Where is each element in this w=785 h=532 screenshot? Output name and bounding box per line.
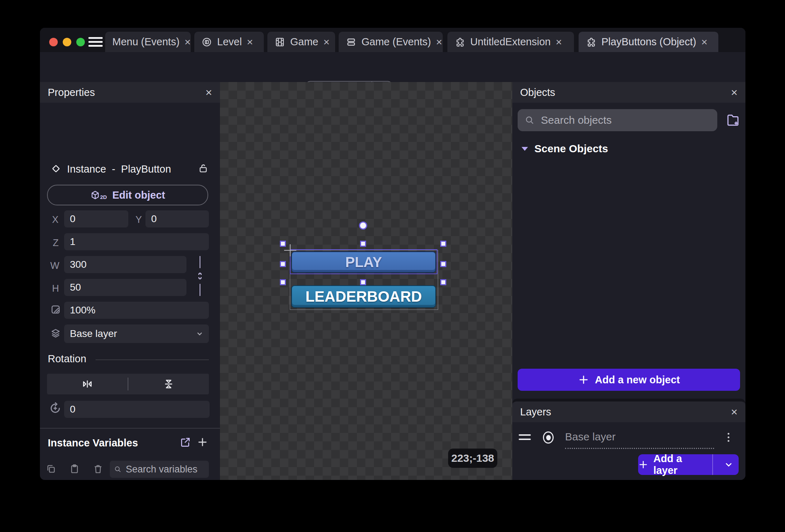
opacity-icon [50, 304, 61, 315]
opacity-input[interactable] [64, 302, 209, 319]
window-close-button[interactable] [49, 38, 58, 46]
search-objects-input[interactable] [540, 114, 710, 127]
search-icon [525, 115, 534, 126]
z-input[interactable] [64, 233, 209, 250]
add-layer-button[interactable]: Add a layer [638, 454, 739, 475]
open-variables-editor-icon[interactable] [180, 436, 191, 448]
resize-handle-middle-right[interactable] [440, 261, 446, 267]
tab-bar: Menu (Events) × Level × Game × Game (Eve… [40, 28, 745, 52]
layer-row-base[interactable]: Base layer [512, 426, 745, 449]
layer-select[interactable]: Base layer [64, 324, 209, 343]
scene-objects-section[interactable]: Scene Objects [522, 143, 608, 155]
tab-game-events[interactable]: Game (Events) × [339, 32, 443, 52]
tab-label: UntitledExtension [470, 36, 551, 48]
unlock-icon[interactable] [197, 163, 209, 174]
tab-label: Game (Events) [361, 36, 431, 48]
tab-label: Menu (Events) [112, 36, 180, 48]
cursor-coordinates-badge: 223;-138 [448, 449, 497, 468]
window-zoom-button[interactable] [76, 38, 85, 46]
w-label: W [50, 260, 59, 271]
flip-toolbar [47, 374, 209, 394]
collapse-caret-icon [522, 147, 528, 151]
add-folder-icon[interactable] [725, 113, 740, 128]
w-input[interactable] [64, 256, 186, 273]
link-line [200, 284, 200, 296]
rotation-section-title: Rotation [48, 353, 86, 365]
main-toolbar: Preview Share [40, 52, 745, 82]
edit-object-button[interactable]: 2D Edit object [47, 185, 208, 205]
plus-icon [638, 459, 648, 470]
resize-handle-top-right[interactable] [440, 241, 446, 247]
object-puzzle-icon [586, 37, 596, 47]
tab-close-icon[interactable]: × [247, 37, 253, 47]
scene-icon [201, 37, 212, 47]
scene-canvas[interactable]: PLAY LEADERBOARD 223;-138 [220, 82, 512, 480]
events-sheet-icon [346, 37, 356, 47]
delete-variable-icon[interactable] [93, 464, 103, 474]
tab-untitled-extension[interactable]: UntitledExtension × [447, 32, 574, 52]
resize-handle-middle-left[interactable] [280, 261, 286, 267]
search-variables-input[interactable] [125, 464, 205, 475]
close-icon[interactable]: × [731, 86, 738, 99]
resize-handle-bottom-center[interactable] [360, 279, 366, 285]
kebab-menu-icon[interactable] [728, 433, 729, 442]
search-objects-box[interactable] [518, 109, 717, 131]
tab-close-icon[interactable]: × [701, 37, 708, 47]
instance-title: Instance - PlayButton [67, 163, 171, 175]
close-icon[interactable]: × [731, 405, 738, 419]
link-dimensions-icon[interactable] [195, 270, 205, 282]
window-minimize-button[interactable] [63, 38, 71, 46]
resize-handle-top-center[interactable] [360, 241, 366, 247]
tab-game[interactable]: Game × [267, 32, 335, 52]
layer-name[interactable]: Base layer [565, 431, 714, 449]
layer-select-icon [50, 327, 61, 339]
layer-visibility-radio[interactable] [543, 431, 554, 444]
search-variables-box[interactable] [110, 461, 209, 478]
scene-objects-title: Scene Objects [534, 143, 608, 155]
link-line [200, 256, 200, 268]
divider [40, 428, 220, 429]
app-window: Menu (Events) × Level × Game × Game (Eve… [40, 28, 745, 480]
rotate-handle[interactable] [359, 221, 367, 230]
add-layer-options-button[interactable] [719, 460, 739, 469]
rotation-input[interactable] [64, 401, 210, 418]
y-input[interactable] [145, 210, 209, 227]
h-label: H [52, 283, 59, 294]
copy-variable-icon[interactable] [46, 464, 56, 474]
tab-close-icon[interactable]: × [185, 37, 191, 47]
objects-panel-title: Objects [520, 87, 555, 98]
resize-handle-bottom-right[interactable] [440, 279, 446, 285]
paste-variable-icon[interactable] [69, 464, 80, 474]
tab-close-icon[interactable]: × [556, 37, 562, 47]
h-input[interactable] [64, 279, 186, 296]
tab-menu-events[interactable]: Menu (Events) × [105, 32, 191, 52]
layers-panel-title: Layers [520, 406, 551, 418]
resize-handle-top-left[interactable] [280, 241, 286, 247]
add-new-object-button[interactable]: Add a new object [518, 369, 740, 391]
add-variable-icon[interactable] [197, 436, 208, 448]
tab-playbuttons-object[interactable]: PlayButtons (Object) × [579, 32, 718, 52]
divider [96, 359, 209, 360]
properties-panel-title: Properties [48, 87, 95, 98]
play-game-button: PLAY [291, 251, 436, 273]
hamburger-menu-icon[interactable] [88, 37, 103, 47]
x-input[interactable] [64, 210, 128, 227]
resize-handle-bottom-left[interactable] [280, 279, 286, 285]
drag-handle-icon[interactable] [519, 434, 531, 441]
flip-horizontal-button[interactable] [47, 378, 128, 390]
instance-diamond-icon [50, 163, 62, 175]
tab-close-icon[interactable]: × [436, 37, 442, 47]
layer-select-value: Base layer [70, 328, 117, 339]
rotate-angle-icon [48, 401, 62, 415]
flip-vertical-button[interactable] [128, 378, 209, 390]
tab-label: PlayButtons (Object) [601, 36, 696, 48]
tab-level[interactable]: Level × [194, 32, 264, 52]
close-icon[interactable]: × [205, 86, 212, 99]
add-new-object-label: Add a new object [595, 374, 680, 386]
chevron-down-icon [196, 330, 203, 337]
chevron-down-icon [724, 460, 733, 469]
tab-close-icon[interactable]: × [323, 37, 330, 47]
film-icon [275, 37, 285, 47]
origin-crosshair [290, 244, 291, 256]
y-label: Y [135, 214, 142, 225]
